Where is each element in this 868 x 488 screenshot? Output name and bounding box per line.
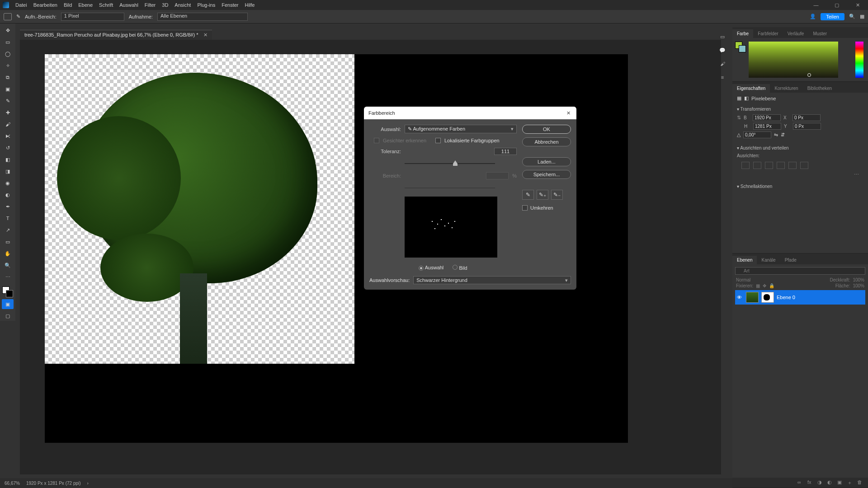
section-quick[interactable]: ▾ Schnellaktionen	[737, 184, 863, 189]
close-tab-icon[interactable]: ✕	[203, 32, 208, 38]
minimize-button[interactable]: —	[806, 0, 826, 10]
menu-bearbeiten[interactable]: Bearbeiten	[33, 2, 57, 8]
load-button[interactable]: Laden...	[522, 157, 571, 166]
fx-icon[interactable]: fx	[807, 479, 815, 486]
type-tool-icon[interactable]: T	[2, 213, 14, 223]
menu-ansicht[interactable]: Ansicht	[175, 2, 191, 8]
auswahl-select[interactable]: ✎ Aufgenommene Farben	[405, 125, 517, 133]
comments-panel-icon[interactable]: 💬	[718, 46, 726, 54]
align-vcenter-icon[interactable]	[788, 162, 797, 169]
move-tool-icon[interactable]: ✥	[2, 25, 14, 35]
menu-filter[interactable]: Filter	[145, 2, 156, 8]
opacity-value[interactable]: 100%	[853, 277, 864, 282]
width-input[interactable]	[753, 114, 781, 121]
menu-schrift[interactable]: Schrift	[99, 2, 113, 8]
tab-pfade[interactable]: Pfade	[780, 256, 801, 264]
aufnbereich-select[interactable]: 1 Pixel	[61, 13, 124, 21]
save-button[interactable]: Speichern...	[522, 170, 571, 179]
user-icon[interactable]: 👤	[810, 14, 816, 19]
lokalisierte-checkbox[interactable]	[435, 138, 441, 143]
search-icon[interactable]: 🔍	[849, 14, 855, 19]
angle-input[interactable]	[743, 131, 771, 138]
blur-tool-icon[interactable]: ◉	[2, 178, 14, 188]
zoom-tool-icon[interactable]: 🔍	[2, 260, 14, 270]
crop-tool-icon[interactable]: ⧉	[2, 72, 14, 82]
color-field[interactable]	[749, 42, 838, 78]
height-input[interactable]	[753, 123, 781, 130]
menu-auswahl[interactable]: Auswahl	[119, 2, 138, 8]
adjustment-icon[interactable]: ◐	[827, 479, 835, 486]
lock-all-icon[interactable]: 🔒	[769, 283, 774, 288]
color-swatch[interactable]	[2, 286, 13, 297]
dialog-titlebar[interactable]: Farbbereich ✕	[364, 107, 576, 119]
group-icon[interactable]: ▣	[837, 479, 844, 486]
layer-search-input[interactable]	[735, 267, 865, 275]
layer-name[interactable]: Ebene 0	[777, 295, 795, 300]
adjust-panel-icon[interactable]: ≡	[718, 73, 726, 81]
dodge-tool-icon[interactable]: ◐	[2, 190, 14, 200]
tab-muster[interactable]: Muster	[808, 29, 831, 38]
aufnahme-select[interactable]: Alle Ebenen	[157, 13, 248, 21]
tab-verlaeufe[interactable]: Verläufe	[783, 29, 809, 38]
fg-bg-swatch[interactable]	[735, 42, 746, 52]
align-right-icon[interactable]	[765, 162, 773, 169]
pen-tool-icon[interactable]: ✒	[2, 202, 14, 211]
brush-tool-icon[interactable]: 🖌	[2, 119, 14, 129]
history-panel-icon[interactable]: ▭	[718, 33, 726, 41]
eraser-tool-icon[interactable]: ◧	[2, 155, 14, 164]
tab-ebenen[interactable]: Ebenen	[732, 256, 757, 264]
blend-mode-select[interactable]: Normal	[736, 277, 750, 282]
menu-fenster[interactable]: Fenster	[222, 2, 238, 8]
close-button[interactable]: ✕	[847, 0, 868, 10]
menu-hilfe[interactable]: Hilfe	[245, 2, 255, 8]
heal-tool-icon[interactable]: ✚	[2, 108, 14, 117]
status-chevron-icon[interactable]: ›	[87, 481, 89, 486]
align-left-icon[interactable]	[741, 162, 750, 169]
section-align[interactable]: ▾ Ausrichten und verteilen	[737, 145, 863, 150]
stamp-tool-icon[interactable]: ⧔	[2, 131, 14, 141]
lock-position-icon[interactable]: ✥	[763, 283, 766, 288]
history-brush-tool-icon[interactable]: ↺	[2, 143, 14, 153]
path-tool-icon[interactable]: ↗	[2, 225, 14, 235]
menu-datei[interactable]: Datei	[15, 2, 27, 8]
maximize-button[interactable]: ▢	[826, 0, 847, 10]
dialog-close-icon[interactable]: ✕	[565, 109, 572, 117]
edit-toolbar-icon[interactable]: ⋯	[2, 272, 14, 282]
document-tab[interactable]: tree-7186835_Ramon Perucho auf Pixabay.j…	[20, 30, 212, 40]
eyedropper-tool-icon[interactable]: ✎	[16, 14, 20, 19]
menu-plugins[interactable]: Plug-ins	[197, 2, 215, 8]
marquee-tool-icon[interactable]: ▭	[2, 37, 14, 47]
toleranz-slider[interactable]	[405, 160, 495, 168]
invert-checkbox[interactable]	[522, 205, 528, 211]
brush-panel-icon[interactable]: 🖌	[718, 60, 726, 68]
align-top-icon[interactable]	[777, 162, 785, 169]
link-wh-icon[interactable]: ⇅	[737, 115, 741, 121]
tab-farbe[interactable]: Farbe	[732, 29, 753, 38]
layer-row[interactable]: 👁 Ebene 0	[735, 290, 865, 305]
mask-add-icon[interactable]: ◑	[817, 479, 825, 486]
layer-mask-thumbnail[interactable]	[761, 292, 774, 303]
workspace-icon[interactable]: ▦	[860, 14, 864, 19]
align-hcenter-icon[interactable]	[753, 162, 761, 169]
menu-3d[interactable]: 3D	[162, 2, 168, 8]
screenmode-icon[interactable]: ▢	[2, 311, 14, 321]
x-input[interactable]	[793, 114, 821, 121]
fill-value[interactable]: 100%	[853, 283, 864, 288]
cancel-button[interactable]: Abbrechen	[522, 137, 571, 146]
frame-tool-icon[interactable]: ▣	[2, 84, 14, 94]
eyedropper-add-icon[interactable]: ✎₊	[537, 190, 548, 200]
ok-button[interactable]: OK	[522, 125, 571, 134]
layer-thumbnail[interactable]	[746, 292, 759, 303]
eyedropper-icon[interactable]: ✎	[522, 190, 534, 200]
radio-auswahl[interactable]: Auswahl	[419, 265, 443, 271]
section-transform[interactable]: ▾ Transformieren	[737, 107, 863, 112]
toleranz-input[interactable]	[494, 148, 517, 155]
more-align-icon[interactable]: ⋯	[737, 171, 863, 178]
hand-tool-icon[interactable]: ✋	[2, 249, 14, 258]
link-layers-icon[interactable]: ∞	[797, 479, 805, 486]
home-icon[interactable]	[4, 13, 12, 20]
tab-korrekturen[interactable]: Korrekturen	[770, 84, 802, 93]
tab-bibliotheken[interactable]: Bibliotheken	[803, 84, 836, 93]
radio-bild[interactable]: Bild	[453, 265, 467, 271]
tab-eigenschaften[interactable]: Eigenschaften	[732, 84, 770, 93]
